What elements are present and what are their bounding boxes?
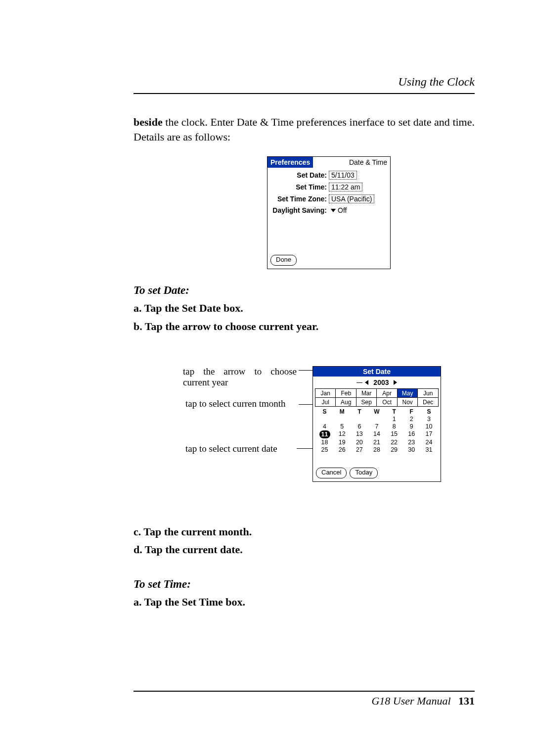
month-cell[interactable]: Oct (377, 398, 397, 407)
date-cell[interactable]: 22 (386, 439, 403, 446)
prefs-titlebar: Preferences Date & Time (267, 157, 390, 168)
date-cell[interactable]: 27 (351, 446, 368, 453)
dow-cell: T (386, 408, 403, 415)
daylight-dropdown[interactable]: Off (329, 206, 349, 214)
month-cell[interactable]: Jul (315, 398, 336, 407)
day-of-week-header: S M T W T F S (316, 408, 438, 415)
date-cell[interactable]: 26 (333, 446, 351, 453)
month-cell[interactable]: Aug (336, 398, 356, 407)
prefs-row-set-time: Set Time: 11:22 am (267, 183, 390, 191)
manual-name: G18 User Manual (371, 695, 450, 707)
date-cell[interactable]: 5 (333, 423, 351, 430)
month-cell[interactable]: Jan (315, 389, 336, 398)
date-cell[interactable]: 12 (333, 430, 351, 438)
month-cell[interactable]: Feb (336, 389, 356, 398)
step-date-b: b. Tap the arrow to choose current year. (134, 320, 318, 333)
date-cell[interactable]: 31 (420, 446, 438, 453)
date-cell[interactable]: 11 (316, 430, 333, 438)
date-cell[interactable]: 10 (420, 423, 438, 430)
set-timezone-label: Set Time Zone: (267, 195, 329, 203)
today-button[interactable]: Today (350, 468, 378, 478)
prefs-title-right: Date & Time (313, 157, 390, 168)
intro-text: the clock. Enter Date & Time preferences… (134, 116, 475, 143)
date-cell[interactable]: 19 (333, 439, 351, 446)
set-date-screenshot: Set Date 2003 Jan Feb Mar Apr May Jun Ju… (312, 366, 441, 482)
month-grid: Jan Feb Mar Apr May Jun Jul Aug Sep Oct … (315, 388, 439, 407)
date-cell (351, 416, 368, 423)
month-cell[interactable]: Dec (418, 398, 439, 407)
date-cell[interactable]: 13 (351, 430, 368, 438)
annotation-date: tap to select current date (185, 443, 299, 454)
done-button[interactable]: Done (270, 255, 297, 266)
daylight-value: Off (338, 206, 347, 214)
date-cell-selected[interactable]: 11 (319, 430, 330, 438)
month-cell[interactable]: Nov (397, 398, 417, 407)
date-cell[interactable]: 25 (316, 446, 333, 453)
date-cell (316, 416, 333, 423)
set-time-field[interactable]: 11:22 am (329, 183, 362, 191)
set-date-field[interactable]: 5/11/03 (329, 171, 357, 180)
to-set-date-heading: To set Date: (134, 284, 189, 297)
date-cell[interactable]: 30 (403, 446, 420, 453)
month-cell[interactable]: Apr (377, 389, 397, 398)
header-divider (134, 93, 475, 94)
step-date-d: d. Tap the current date. (134, 543, 243, 556)
date-cell[interactable]: 6 (351, 423, 368, 430)
month-cell[interactable]: Sep (356, 398, 376, 407)
month-cell[interactable]: Mar (356, 389, 376, 398)
date-grid: 1234567891011121314151617181920212223242… (316, 416, 438, 453)
prefs-row-daylight: Daylight Saving: Off (267, 206, 390, 214)
date-cell[interactable]: 15 (386, 430, 403, 438)
month-cell[interactable]: Jun (418, 389, 439, 398)
date-cell[interactable]: 29 (386, 446, 403, 453)
date-cell[interactable]: 16 (403, 430, 420, 438)
date-cell[interactable]: 1 (386, 416, 403, 423)
prefs-row-set-timezone: Set Time Zone: USA (Pacific) (267, 194, 390, 203)
dow-cell: W (368, 408, 385, 415)
footer: G18 User Manual 131 (371, 695, 475, 708)
cancel-button[interactable]: Cancel (316, 468, 347, 478)
month-cell-selected[interactable]: May (397, 389, 417, 398)
set-date-title: Set Date (313, 367, 441, 377)
arrow-left-icon[interactable] (365, 380, 368, 385)
dow-cell: M (333, 408, 351, 415)
intro-paragraph: beside the clock. Enter Date & Time pref… (134, 115, 475, 144)
date-cell[interactable]: 28 (368, 446, 385, 453)
annotation-month: tap to select curren tmonth (185, 398, 299, 409)
date-cell[interactable]: 2 (403, 416, 420, 423)
date-cell[interactable]: 23 (403, 439, 420, 446)
step-time-a: a. Tap the Set Time box. (134, 596, 245, 609)
date-cell[interactable]: 14 (368, 430, 385, 438)
dow-cell: S (316, 408, 333, 415)
to-set-time-heading: To set Time: (134, 578, 191, 591)
set-time-label: Set Time: (267, 183, 329, 191)
date-cell (368, 416, 385, 423)
date-cell[interactable]: 21 (368, 439, 385, 446)
date-cell[interactable]: 8 (386, 423, 403, 430)
dow-cell: F (403, 408, 420, 415)
step-date-a: a. Tap the Set Date box. (134, 302, 243, 315)
daylight-label: Daylight Saving: (267, 206, 329, 214)
dow-cell: T (351, 408, 368, 415)
date-cell[interactable]: 3 (420, 416, 438, 423)
section-heading: Using the Clock (398, 75, 475, 89)
intro-bold-word: beside (134, 116, 163, 128)
document-page: Using the Clock beside the clock. Enter … (0, 0, 534, 756)
date-cell[interactable]: 9 (403, 423, 420, 430)
date-cell[interactable]: 18 (316, 439, 333, 446)
prefs-title-left: Preferences (267, 157, 313, 168)
arrow-right-icon[interactable] (394, 380, 397, 385)
date-cell (333, 416, 351, 423)
callout-line (299, 404, 313, 405)
set-date-label: Set Date: (267, 171, 329, 179)
date-cell[interactable]: 4 (316, 423, 333, 430)
date-cell[interactable]: 20 (351, 439, 368, 446)
chevron-down-icon (331, 209, 336, 212)
date-cell[interactable]: 7 (368, 423, 385, 430)
preferences-screenshot: Preferences Date & Time Set Date: 5/11/0… (267, 156, 391, 269)
callout-hook (356, 382, 362, 383)
set-timezone-field[interactable]: USA (Pacific) (329, 194, 374, 203)
date-cell[interactable]: 24 (420, 439, 438, 446)
date-cell[interactable]: 17 (420, 430, 438, 438)
page-number: 131 (453, 695, 475, 707)
